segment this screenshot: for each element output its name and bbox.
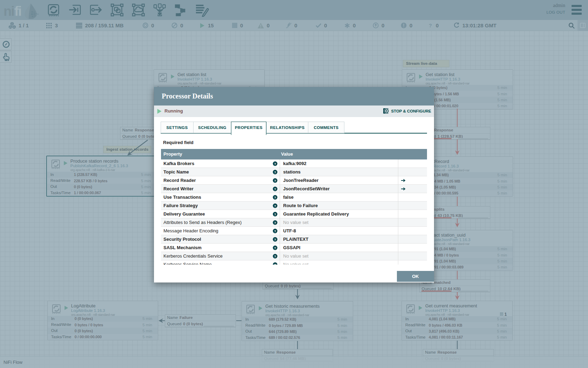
svg-text:?: ? — [274, 246, 276, 250]
svg-text:?: ? — [274, 162, 276, 166]
svg-text:?: ? — [274, 238, 276, 241]
svg-text:?: ? — [274, 170, 276, 174]
svg-text:?: ? — [274, 254, 276, 258]
svg-text:?: ? — [274, 204, 276, 208]
svg-text:?: ? — [274, 196, 276, 199]
svg-text:?: ? — [274, 212, 276, 216]
svg-text:?: ? — [274, 179, 276, 183]
svg-text:?: ? — [274, 229, 276, 233]
svg-text:?: ? — [274, 221, 276, 225]
svg-text:?: ? — [274, 263, 276, 265]
svg-text:?: ? — [274, 187, 276, 191]
